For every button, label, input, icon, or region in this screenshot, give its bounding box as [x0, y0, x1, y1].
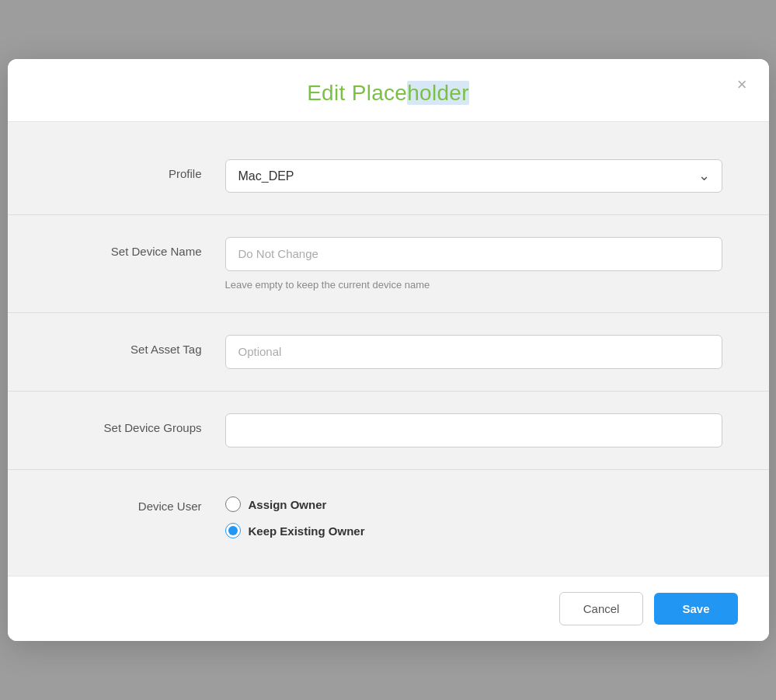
profile-row: Profile Mac_DEP iOS_DEP Windows_DEP	[8, 138, 769, 215]
profile-select[interactable]: Mac_DEP iOS_DEP Windows_DEP	[225, 159, 722, 193]
asset-tag-row: Set Asset Tag	[8, 313, 769, 392]
device-groups-label: Set Device Groups	[54, 413, 225, 434]
device-user-control: Assign Owner Keep Existing Owner	[225, 492, 722, 538]
profile-label: Profile	[54, 159, 225, 180]
title-highlight: holder	[407, 81, 469, 105]
modal-footer: Cancel Save	[8, 576, 769, 641]
radio-keep-existing-label: Keep Existing Owner	[249, 524, 365, 538]
device-user-label: Device User	[54, 492, 225, 513]
modal-header: Edit Placeholder ×	[8, 59, 769, 122]
radio-group: Assign Owner Keep Existing Owner	[225, 492, 722, 538]
asset-tag-control	[225, 335, 722, 369]
radio-keep-existing-input[interactable]	[225, 523, 241, 538]
device-user-row: Device User Assign Owner Keep Existing O…	[8, 470, 769, 560]
asset-tag-label: Set Asset Tag	[54, 335, 225, 356]
radio-assign-owner-label: Assign Owner	[249, 498, 327, 511]
device-groups-row: Set Device Groups	[8, 392, 769, 470]
profile-select-wrapper: Mac_DEP iOS_DEP Windows_DEP	[225, 159, 722, 193]
profile-control: Mac_DEP iOS_DEP Windows_DEP	[225, 159, 722, 193]
modal-body: Profile Mac_DEP iOS_DEP Windows_DEP Set …	[8, 122, 769, 576]
save-button[interactable]: Save	[654, 593, 737, 625]
device-groups-input[interactable]	[225, 413, 722, 448]
modal-overlay: Edit Placeholder × Profile Mac_DEP iOS_D…	[0, 0, 776, 700]
device-name-control: Leave empty to keep the current device n…	[225, 237, 722, 291]
device-name-label: Set Device Name	[54, 237, 225, 258]
cancel-button[interactable]: Cancel	[559, 592, 644, 625]
close-button[interactable]: ×	[733, 73, 752, 96]
radio-keep-existing[interactable]: Keep Existing Owner	[225, 523, 722, 538]
device-name-input[interactable]	[225, 237, 722, 271]
radio-assign-owner[interactable]: Assign Owner	[225, 496, 722, 512]
radio-assign-owner-input[interactable]	[225, 496, 241, 512]
modal-title: Edit Placeholder	[23, 81, 753, 106]
device-name-hint: Leave empty to keep the current device n…	[225, 279, 722, 291]
device-name-row: Set Device Name Leave empty to keep the …	[8, 215, 769, 313]
modal-dialog: Edit Placeholder × Profile Mac_DEP iOS_D…	[8, 59, 769, 641]
asset-tag-input[interactable]	[225, 335, 722, 369]
device-groups-control	[225, 413, 722, 448]
